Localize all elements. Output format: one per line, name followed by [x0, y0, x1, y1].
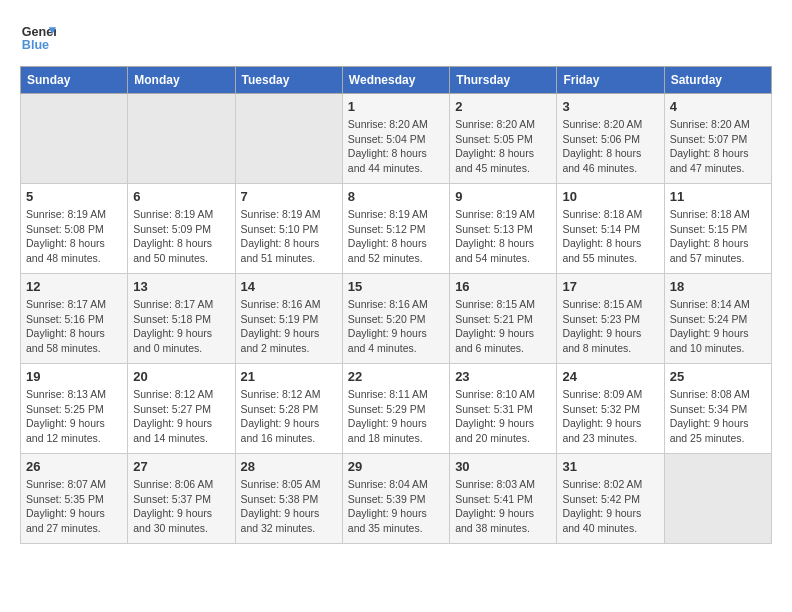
day-info: Sunrise: 8:19 AM Sunset: 5:12 PM Dayligh…: [348, 207, 444, 266]
day-info: Sunrise: 8:05 AM Sunset: 5:38 PM Dayligh…: [241, 477, 337, 536]
day-number: 14: [241, 279, 337, 294]
calendar-table: SundayMondayTuesdayWednesdayThursdayFrid…: [20, 66, 772, 544]
day-info: Sunrise: 8:19 AM Sunset: 5:13 PM Dayligh…: [455, 207, 551, 266]
calendar-cell: 22Sunrise: 8:11 AM Sunset: 5:29 PM Dayli…: [342, 364, 449, 454]
day-number: 23: [455, 369, 551, 384]
day-number: 3: [562, 99, 658, 114]
calendar-cell: 14Sunrise: 8:16 AM Sunset: 5:19 PM Dayli…: [235, 274, 342, 364]
day-number: 30: [455, 459, 551, 474]
day-info: Sunrise: 8:15 AM Sunset: 5:23 PM Dayligh…: [562, 297, 658, 356]
day-number: 17: [562, 279, 658, 294]
calendar-cell: 3Sunrise: 8:20 AM Sunset: 5:06 PM Daylig…: [557, 94, 664, 184]
day-number: 10: [562, 189, 658, 204]
day-number: 29: [348, 459, 444, 474]
day-number: 20: [133, 369, 229, 384]
day-info: Sunrise: 8:02 AM Sunset: 5:42 PM Dayligh…: [562, 477, 658, 536]
calendar-cell: 27Sunrise: 8:06 AM Sunset: 5:37 PM Dayli…: [128, 454, 235, 544]
calendar-cell: 5Sunrise: 8:19 AM Sunset: 5:08 PM Daylig…: [21, 184, 128, 274]
calendar-cell: 2Sunrise: 8:20 AM Sunset: 5:05 PM Daylig…: [450, 94, 557, 184]
calendar-cell: 8Sunrise: 8:19 AM Sunset: 5:12 PM Daylig…: [342, 184, 449, 274]
day-info: Sunrise: 8:18 AM Sunset: 5:14 PM Dayligh…: [562, 207, 658, 266]
svg-text:Blue: Blue: [22, 38, 49, 52]
calendar-cell: 9Sunrise: 8:19 AM Sunset: 5:13 PM Daylig…: [450, 184, 557, 274]
day-info: Sunrise: 8:19 AM Sunset: 5:08 PM Dayligh…: [26, 207, 122, 266]
day-number: 18: [670, 279, 766, 294]
day-number: 31: [562, 459, 658, 474]
day-info: Sunrise: 8:12 AM Sunset: 5:28 PM Dayligh…: [241, 387, 337, 446]
calendar-week-5: 26Sunrise: 8:07 AM Sunset: 5:35 PM Dayli…: [21, 454, 772, 544]
page-header: General Blue: [20, 20, 772, 56]
calendar-cell: [235, 94, 342, 184]
logo: General Blue: [20, 20, 60, 56]
calendar-cell: 15Sunrise: 8:16 AM Sunset: 5:20 PM Dayli…: [342, 274, 449, 364]
day-info: Sunrise: 8:20 AM Sunset: 5:07 PM Dayligh…: [670, 117, 766, 176]
logo-icon: General Blue: [20, 20, 56, 56]
day-number: 8: [348, 189, 444, 204]
calendar-cell: 29Sunrise: 8:04 AM Sunset: 5:39 PM Dayli…: [342, 454, 449, 544]
calendar-cell: 1Sunrise: 8:20 AM Sunset: 5:04 PM Daylig…: [342, 94, 449, 184]
calendar-cell: 26Sunrise: 8:07 AM Sunset: 5:35 PM Dayli…: [21, 454, 128, 544]
calendar-cell: 13Sunrise: 8:17 AM Sunset: 5:18 PM Dayli…: [128, 274, 235, 364]
day-number: 6: [133, 189, 229, 204]
day-number: 12: [26, 279, 122, 294]
day-info: Sunrise: 8:16 AM Sunset: 5:19 PM Dayligh…: [241, 297, 337, 356]
day-info: Sunrise: 8:20 AM Sunset: 5:06 PM Dayligh…: [562, 117, 658, 176]
day-info: Sunrise: 8:20 AM Sunset: 5:04 PM Dayligh…: [348, 117, 444, 176]
day-info: Sunrise: 8:12 AM Sunset: 5:27 PM Dayligh…: [133, 387, 229, 446]
day-number: 22: [348, 369, 444, 384]
calendar-week-4: 19Sunrise: 8:13 AM Sunset: 5:25 PM Dayli…: [21, 364, 772, 454]
calendar-cell: 6Sunrise: 8:19 AM Sunset: 5:09 PM Daylig…: [128, 184, 235, 274]
calendar-cell: 11Sunrise: 8:18 AM Sunset: 5:15 PM Dayli…: [664, 184, 771, 274]
calendar-week-1: 1Sunrise: 8:20 AM Sunset: 5:04 PM Daylig…: [21, 94, 772, 184]
day-info: Sunrise: 8:13 AM Sunset: 5:25 PM Dayligh…: [26, 387, 122, 446]
day-number: 9: [455, 189, 551, 204]
day-header-monday: Monday: [128, 67, 235, 94]
day-info: Sunrise: 8:06 AM Sunset: 5:37 PM Dayligh…: [133, 477, 229, 536]
day-info: Sunrise: 8:11 AM Sunset: 5:29 PM Dayligh…: [348, 387, 444, 446]
calendar-cell: 19Sunrise: 8:13 AM Sunset: 5:25 PM Dayli…: [21, 364, 128, 454]
day-info: Sunrise: 8:07 AM Sunset: 5:35 PM Dayligh…: [26, 477, 122, 536]
day-number: 2: [455, 99, 551, 114]
day-number: 7: [241, 189, 337, 204]
calendar-cell: 12Sunrise: 8:17 AM Sunset: 5:16 PM Dayli…: [21, 274, 128, 364]
calendar-cell: 18Sunrise: 8:14 AM Sunset: 5:24 PM Dayli…: [664, 274, 771, 364]
calendar-cell: 4Sunrise: 8:20 AM Sunset: 5:07 PM Daylig…: [664, 94, 771, 184]
calendar-cell: 25Sunrise: 8:08 AM Sunset: 5:34 PM Dayli…: [664, 364, 771, 454]
calendar-cell: [128, 94, 235, 184]
calendar-cell: 16Sunrise: 8:15 AM Sunset: 5:21 PM Dayli…: [450, 274, 557, 364]
calendar-cell: 28Sunrise: 8:05 AM Sunset: 5:38 PM Dayli…: [235, 454, 342, 544]
calendar-cell: 23Sunrise: 8:10 AM Sunset: 5:31 PM Dayli…: [450, 364, 557, 454]
day-info: Sunrise: 8:03 AM Sunset: 5:41 PM Dayligh…: [455, 477, 551, 536]
day-info: Sunrise: 8:09 AM Sunset: 5:32 PM Dayligh…: [562, 387, 658, 446]
day-info: Sunrise: 8:10 AM Sunset: 5:31 PM Dayligh…: [455, 387, 551, 446]
day-number: 24: [562, 369, 658, 384]
day-number: 4: [670, 99, 766, 114]
day-number: 11: [670, 189, 766, 204]
day-header-wednesday: Wednesday: [342, 67, 449, 94]
day-info: Sunrise: 8:20 AM Sunset: 5:05 PM Dayligh…: [455, 117, 551, 176]
day-info: Sunrise: 8:08 AM Sunset: 5:34 PM Dayligh…: [670, 387, 766, 446]
calendar-cell: 31Sunrise: 8:02 AM Sunset: 5:42 PM Dayli…: [557, 454, 664, 544]
calendar-cell: [21, 94, 128, 184]
day-info: Sunrise: 8:17 AM Sunset: 5:18 PM Dayligh…: [133, 297, 229, 356]
day-info: Sunrise: 8:04 AM Sunset: 5:39 PM Dayligh…: [348, 477, 444, 536]
day-number: 19: [26, 369, 122, 384]
day-number: 13: [133, 279, 229, 294]
calendar-header-row: SundayMondayTuesdayWednesdayThursdayFrid…: [21, 67, 772, 94]
day-number: 21: [241, 369, 337, 384]
day-header-friday: Friday: [557, 67, 664, 94]
calendar-cell: 24Sunrise: 8:09 AM Sunset: 5:32 PM Dayli…: [557, 364, 664, 454]
day-header-sunday: Sunday: [21, 67, 128, 94]
day-number: 16: [455, 279, 551, 294]
day-info: Sunrise: 8:16 AM Sunset: 5:20 PM Dayligh…: [348, 297, 444, 356]
day-number: 1: [348, 99, 444, 114]
day-header-thursday: Thursday: [450, 67, 557, 94]
day-number: 27: [133, 459, 229, 474]
calendar-week-2: 5Sunrise: 8:19 AM Sunset: 5:08 PM Daylig…: [21, 184, 772, 274]
day-number: 26: [26, 459, 122, 474]
calendar-cell: 20Sunrise: 8:12 AM Sunset: 5:27 PM Dayli…: [128, 364, 235, 454]
day-number: 28: [241, 459, 337, 474]
calendar-cell: 17Sunrise: 8:15 AM Sunset: 5:23 PM Dayli…: [557, 274, 664, 364]
calendar-cell: 30Sunrise: 8:03 AM Sunset: 5:41 PM Dayli…: [450, 454, 557, 544]
day-header-tuesday: Tuesday: [235, 67, 342, 94]
